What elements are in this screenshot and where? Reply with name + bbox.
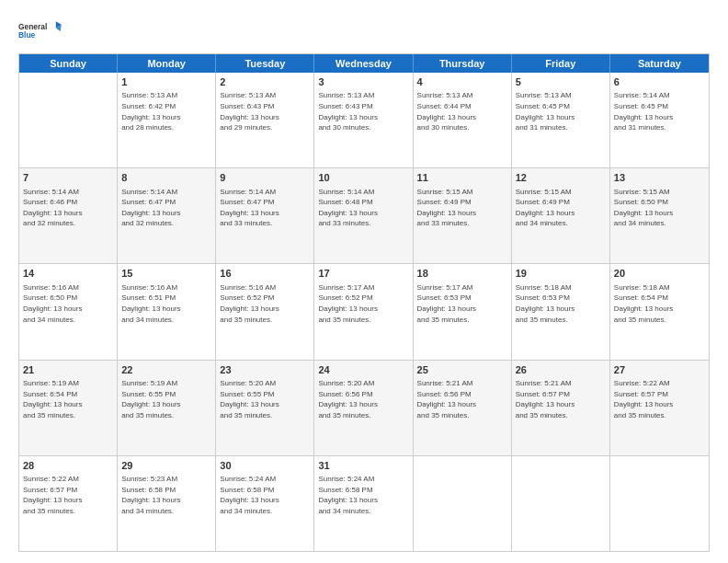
- day-number: 24: [318, 363, 408, 377]
- day-number: 28: [23, 459, 113, 473]
- cell-info: Sunrise: 5:21 AM Sunset: 6:57 PM Dayligh…: [516, 378, 606, 420]
- cal-cell-18: 18Sunrise: 5:17 AM Sunset: 6:53 PM Dayli…: [414, 264, 512, 359]
- cell-info: Sunrise: 5:18 AM Sunset: 6:54 PM Dayligh…: [614, 282, 705, 325]
- cal-cell-28: 28Sunrise: 5:22 AM Sunset: 6:57 PM Dayli…: [19, 456, 118, 551]
- cal-cell-31: 31Sunrise: 5:24 AM Sunset: 6:58 PM Dayli…: [314, 456, 413, 551]
- day-number: 29: [121, 459, 211, 473]
- cell-info: Sunrise: 5:13 AM Sunset: 6:44 PM Dayligh…: [417, 90, 507, 132]
- cal-header-day-friday: Friday: [512, 54, 610, 73]
- cell-info: Sunrise: 5:17 AM Sunset: 6:53 PM Dayligh…: [417, 282, 507, 325]
- cal-week-5: 28Sunrise: 5:22 AM Sunset: 6:57 PM Dayli…: [19, 456, 709, 551]
- cal-cell-8: 8Sunrise: 5:14 AM Sunset: 6:47 PM Daylig…: [118, 168, 216, 263]
- logo: General Blue: [18, 15, 63, 48]
- cal-week-1: 1Sunrise: 5:13 AM Sunset: 6:42 PM Daylig…: [19, 73, 709, 168]
- cal-cell-5: 5Sunrise: 5:13 AM Sunset: 6:45 PM Daylig…: [512, 73, 610, 167]
- cal-cell-14: 14Sunrise: 5:16 AM Sunset: 6:50 PM Dayli…: [19, 264, 118, 359]
- cal-cell-7: 7Sunrise: 5:14 AM Sunset: 6:46 PM Daylig…: [19, 168, 118, 263]
- cal-cell-6: 6Sunrise: 5:14 AM Sunset: 6:45 PM Daylig…: [610, 73, 709, 167]
- cal-cell-10: 10Sunrise: 5:14 AM Sunset: 6:48 PM Dayli…: [314, 168, 413, 263]
- cell-info: Sunrise: 5:13 AM Sunset: 6:43 PM Dayligh…: [318, 90, 408, 132]
- cal-cell-empty-0-0: [19, 73, 118, 167]
- cell-info: Sunrise: 5:22 AM Sunset: 6:57 PM Dayligh…: [23, 474, 113, 516]
- day-number: 3: [318, 75, 408, 89]
- day-number: 12: [516, 171, 606, 185]
- cell-info: Sunrise: 5:14 AM Sunset: 6:45 PM Dayligh…: [614, 90, 705, 132]
- cal-week-3: 14Sunrise: 5:16 AM Sunset: 6:50 PM Dayli…: [19, 264, 709, 360]
- cal-cell-25: 25Sunrise: 5:21 AM Sunset: 6:56 PM Dayli…: [414, 361, 512, 455]
- day-number: 25: [417, 363, 507, 377]
- day-number: 13: [614, 171, 705, 185]
- cell-info: Sunrise: 5:13 AM Sunset: 6:45 PM Dayligh…: [516, 90, 606, 132]
- cal-cell-29: 29Sunrise: 5:23 AM Sunset: 6:58 PM Dayli…: [118, 456, 216, 551]
- day-number: 4: [417, 75, 507, 89]
- cal-header-day-tuesday: Tuesday: [216, 54, 314, 73]
- cell-info: Sunrise: 5:24 AM Sunset: 6:58 PM Dayligh…: [220, 474, 310, 516]
- cell-info: Sunrise: 5:14 AM Sunset: 6:47 PM Dayligh…: [121, 187, 211, 229]
- day-number: 11: [417, 171, 507, 185]
- day-number: 16: [220, 267, 310, 281]
- day-number: 1: [121, 75, 211, 89]
- cell-info: Sunrise: 5:20 AM Sunset: 6:55 PM Dayligh…: [220, 378, 310, 420]
- cal-header-day-monday: Monday: [118, 54, 216, 73]
- day-number: 22: [121, 363, 211, 377]
- cell-info: Sunrise: 5:17 AM Sunset: 6:52 PM Dayligh…: [318, 282, 408, 325]
- cal-cell-30: 30Sunrise: 5:24 AM Sunset: 6:58 PM Dayli…: [216, 456, 314, 551]
- cal-cell-9: 9Sunrise: 5:14 AM Sunset: 6:47 PM Daylig…: [216, 168, 314, 263]
- cal-cell-21: 21Sunrise: 5:19 AM Sunset: 6:54 PM Dayli…: [19, 361, 118, 455]
- cell-info: Sunrise: 5:15 AM Sunset: 6:49 PM Dayligh…: [516, 187, 606, 229]
- day-number: 15: [121, 267, 211, 281]
- day-number: 17: [318, 267, 408, 281]
- cal-week-4: 21Sunrise: 5:19 AM Sunset: 6:54 PM Dayli…: [19, 361, 709, 456]
- day-number: 5: [516, 75, 606, 89]
- cell-info: Sunrise: 5:14 AM Sunset: 6:48 PM Dayligh…: [318, 187, 408, 229]
- calendar: SundayMondayTuesdayWednesdayThursdayFrid…: [18, 53, 710, 552]
- cal-cell-3: 3Sunrise: 5:13 AM Sunset: 6:43 PM Daylig…: [314, 73, 413, 167]
- day-number: 23: [220, 363, 310, 377]
- cell-info: Sunrise: 5:23 AM Sunset: 6:58 PM Dayligh…: [121, 474, 211, 516]
- cal-cell-24: 24Sunrise: 5:20 AM Sunset: 6:56 PM Dayli…: [314, 361, 413, 455]
- day-number: 7: [23, 171, 113, 185]
- cell-info: Sunrise: 5:21 AM Sunset: 6:56 PM Dayligh…: [417, 378, 507, 420]
- day-number: 8: [121, 171, 211, 185]
- cell-info: Sunrise: 5:14 AM Sunset: 6:47 PM Dayligh…: [220, 187, 310, 229]
- cal-cell-11: 11Sunrise: 5:15 AM Sunset: 6:49 PM Dayli…: [414, 168, 512, 263]
- cal-header-day-thursday: Thursday: [414, 54, 512, 73]
- day-number: 9: [220, 171, 310, 185]
- cal-cell-22: 22Sunrise: 5:19 AM Sunset: 6:55 PM Dayli…: [118, 361, 216, 455]
- cal-cell-empty-4-6: [610, 456, 709, 551]
- day-number: 26: [516, 363, 606, 377]
- cell-info: Sunrise: 5:15 AM Sunset: 6:49 PM Dayligh…: [417, 187, 507, 229]
- cal-cell-1: 1Sunrise: 5:13 AM Sunset: 6:42 PM Daylig…: [118, 73, 216, 167]
- day-number: 31: [318, 459, 408, 473]
- cal-cell-19: 19Sunrise: 5:18 AM Sunset: 6:53 PM Dayli…: [512, 264, 610, 359]
- cell-info: Sunrise: 5:19 AM Sunset: 6:54 PM Dayligh…: [23, 378, 113, 420]
- cal-header-day-sunday: Sunday: [19, 54, 118, 73]
- cal-cell-4: 4Sunrise: 5:13 AM Sunset: 6:44 PM Daylig…: [414, 73, 512, 167]
- day-number: 19: [516, 267, 606, 281]
- cal-cell-23: 23Sunrise: 5:20 AM Sunset: 6:55 PM Dayli…: [216, 361, 314, 455]
- cell-info: Sunrise: 5:19 AM Sunset: 6:55 PM Dayligh…: [121, 378, 211, 420]
- cal-cell-26: 26Sunrise: 5:21 AM Sunset: 6:57 PM Dayli…: [512, 361, 610, 455]
- cal-cell-2: 2Sunrise: 5:13 AM Sunset: 6:43 PM Daylig…: [216, 73, 314, 167]
- day-number: 30: [220, 459, 310, 473]
- cal-cell-15: 15Sunrise: 5:16 AM Sunset: 6:51 PM Dayli…: [118, 264, 216, 359]
- cal-cell-20: 20Sunrise: 5:18 AM Sunset: 6:54 PM Dayli…: [610, 264, 709, 359]
- cal-cell-12: 12Sunrise: 5:15 AM Sunset: 6:49 PM Dayli…: [512, 168, 610, 263]
- day-number: 10: [318, 171, 408, 185]
- svg-text:General: General: [18, 22, 47, 31]
- cell-info: Sunrise: 5:15 AM Sunset: 6:50 PM Dayligh…: [614, 187, 705, 229]
- day-number: 20: [614, 267, 705, 281]
- logo-svg: General Blue: [18, 15, 63, 48]
- cal-cell-empty-4-5: [512, 456, 610, 551]
- day-number: 14: [23, 267, 113, 281]
- day-number: 21: [23, 363, 113, 377]
- cell-info: Sunrise: 5:20 AM Sunset: 6:56 PM Dayligh…: [318, 378, 408, 420]
- cell-info: Sunrise: 5:22 AM Sunset: 6:57 PM Dayligh…: [614, 378, 705, 420]
- cal-header-day-wednesday: Wednesday: [314, 54, 413, 73]
- cal-cell-empty-4-4: [414, 456, 512, 551]
- cell-info: Sunrise: 5:18 AM Sunset: 6:53 PM Dayligh…: [516, 282, 606, 325]
- cell-info: Sunrise: 5:16 AM Sunset: 6:51 PM Dayligh…: [121, 282, 211, 325]
- cell-info: Sunrise: 5:16 AM Sunset: 6:52 PM Dayligh…: [220, 282, 310, 325]
- cell-info: Sunrise: 5:13 AM Sunset: 6:42 PM Dayligh…: [121, 90, 211, 132]
- header: General Blue: [18, 15, 710, 48]
